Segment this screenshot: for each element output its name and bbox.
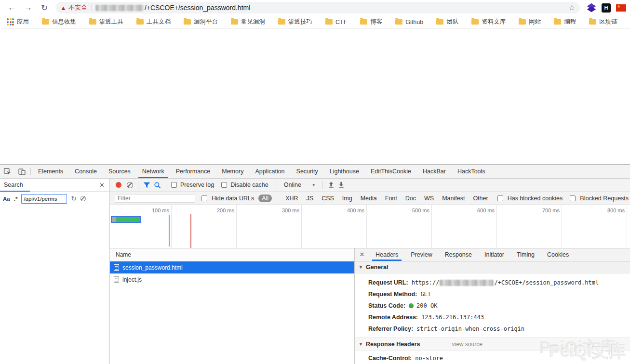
- regex-toggle[interactable]: .*: [14, 196, 18, 202]
- details-close-button[interactable]: ✕: [355, 248, 369, 261]
- filter-type-img[interactable]: Img: [340, 195, 354, 202]
- bookmark-folder[interactable]: 渗透工具: [89, 18, 123, 26]
- tab-initiator[interactable]: Initiator: [478, 248, 510, 261]
- waterfall-selected-bar[interactable]: [111, 216, 141, 223]
- has-blocked-cookies-label: Has blocked cookies: [508, 195, 563, 202]
- url-path[interactable]: /+CSCOE+/session_password.html: [145, 4, 250, 12]
- request-row-session-password[interactable]: session_password.html: [110, 261, 354, 273]
- filter-type-manifest[interactable]: Manifest: [440, 195, 467, 202]
- tab-console[interactable]: Console: [69, 165, 103, 178]
- folder-icon: [471, 19, 479, 25]
- search-close-button[interactable]: ✕: [99, 182, 105, 189]
- bookmark-folder[interactable]: 信息收集: [42, 18, 76, 26]
- hide-data-urls-label: Hide data URLs: [212, 195, 254, 202]
- timeline-tick-label: 300 ms: [266, 208, 299, 213]
- preserve-log-checkbox[interactable]: [171, 182, 177, 188]
- apps-grid-icon: [7, 18, 14, 26]
- filter-toggle-button[interactable]: [143, 182, 150, 188]
- tab-response[interactable]: Response: [439, 248, 478, 261]
- search-input[interactable]: [21, 194, 67, 204]
- bookmark-folder[interactable]: 团队: [436, 18, 458, 26]
- filter-type-css[interactable]: CSS: [320, 195, 336, 202]
- filter-type-ws[interactable]: WS: [422, 195, 436, 202]
- search-refresh-button[interactable]: ↻: [71, 195, 76, 202]
- hackbar-extension-icon[interactable]: H: [602, 3, 611, 13]
- bookmark-folder[interactable]: 工具文档: [136, 18, 171, 26]
- filter-input[interactable]: [115, 194, 195, 203]
- reload-button[interactable]: ↻: [38, 1, 51, 14]
- back-button[interactable]: ←: [6, 1, 18, 14]
- address-bar[interactable]: ▲ 不安全 /+CSCOE+/session_password.html ☆: [55, 2, 580, 13]
- tab-elements[interactable]: Elements: [32, 165, 69, 178]
- cache-control-value: no-store: [415, 355, 443, 362]
- tab-hackbar[interactable]: HackBar: [417, 165, 452, 178]
- bookmark-star-icon[interactable]: ☆: [569, 3, 575, 12]
- device-toolbar-button[interactable]: [14, 165, 29, 178]
- has-blocked-cookies-checkbox[interactable]: [497, 195, 503, 201]
- filter-type-other[interactable]: Other: [471, 195, 490, 202]
- search-clear-button[interactable]: [80, 196, 86, 201]
- filter-type-all[interactable]: All: [258, 195, 272, 202]
- document-icon: [114, 264, 119, 271]
- search-panel-title: Search: [4, 182, 23, 188]
- bookmark-folder[interactable]: Github: [395, 19, 423, 26]
- filter-type-doc[interactable]: Doc: [403, 195, 418, 202]
- bookmark-label: Github: [405, 19, 423, 26]
- bookmarks-bar: 应用 信息收集 渗透工具 工具文档 漏洞平台 常见漏洞 渗透技巧 CTF 博客 …: [0, 15, 630, 29]
- tab-sources[interactable]: Sources: [103, 165, 136, 178]
- request-row-inject-js[interactable]: inject.js: [110, 273, 354, 286]
- response-headers-title: Response Headers: [366, 341, 420, 348]
- record-button[interactable]: [116, 182, 121, 188]
- requests-name-header[interactable]: Name: [110, 248, 354, 261]
- search-toggle-button[interactable]: [154, 182, 161, 189]
- bookmark-folder[interactable]: 资料文库: [471, 18, 506, 26]
- details-tab-bar: ✕ Headers Preview Response Initiator Tim…: [355, 248, 630, 261]
- timeline-tick-label: 400 ms: [331, 208, 364, 213]
- view-source-link[interactable]: view source: [452, 341, 482, 348]
- request-url-suffix: /+CSCOE+/session_password.html: [494, 279, 599, 286]
- tab-application[interactable]: Application: [249, 165, 290, 178]
- forward-button[interactable]: →: [22, 1, 35, 14]
- proxy-flag-extension-icon[interactable]: ★: [616, 4, 626, 12]
- filter-type-xhr[interactable]: XHR: [283, 195, 300, 202]
- response-headers-section-header[interactable]: ▼ Response Headers view source: [355, 338, 630, 351]
- match-case-toggle[interactable]: Aa: [3, 196, 10, 202]
- filter-type-js[interactable]: JS: [305, 195, 316, 202]
- tab-cookies[interactable]: Cookies: [541, 248, 575, 261]
- inspect-element-button[interactable]: [0, 165, 14, 178]
- tab-hacktools[interactable]: HackTools: [452, 165, 491, 178]
- hide-data-urls-checkbox[interactable]: [201, 195, 207, 201]
- tab-performance[interactable]: Performance: [170, 165, 216, 178]
- tab-timing[interactable]: Timing: [510, 248, 541, 261]
- network-overview-timeline[interactable]: 100 ms 200 ms 300 ms 400 ms 500 ms 600 m…: [110, 205, 630, 248]
- throttling-dropdown[interactable]: Online ▼: [282, 182, 318, 188]
- general-section-header[interactable]: ▼ General: [355, 261, 630, 274]
- bookmark-folder[interactable]: 常见漏洞: [231, 18, 265, 26]
- apps-shortcut[interactable]: 应用: [7, 18, 29, 26]
- tab-network[interactable]: Network: [136, 165, 170, 178]
- filter-type-media[interactable]: Media: [359, 195, 379, 202]
- hacktools-extension-icon[interactable]: [587, 3, 596, 13]
- bookmark-folder[interactable]: 博客: [360, 18, 382, 26]
- bookmark-folder[interactable]: 渗透技巧: [278, 18, 312, 26]
- bookmark-folder[interactable]: 区块链: [589, 18, 617, 26]
- clear-requests-button[interactable]: [127, 182, 133, 188]
- tab-preview[interactable]: Preview: [404, 248, 438, 261]
- folder-icon: [395, 19, 402, 25]
- tab-memory[interactable]: Memory: [216, 165, 249, 178]
- tab-lighthouse[interactable]: Lighthouse: [324, 165, 365, 178]
- filter-type-font[interactable]: Font: [383, 195, 399, 202]
- tab-headers[interactable]: Headers: [369, 248, 404, 261]
- tab-security[interactable]: Security: [291, 165, 324, 178]
- bookmark-folder[interactable]: CTF: [325, 19, 347, 26]
- import-har-button[interactable]: [328, 182, 335, 189]
- blocked-requests-checkbox[interactable]: [570, 195, 576, 201]
- disable-cache-checkbox[interactable]: [221, 182, 227, 188]
- bookmark-folder[interactable]: 编程: [554, 18, 576, 26]
- folder-icon: [360, 19, 367, 25]
- not-secure-label[interactable]: 不安全: [68, 3, 87, 12]
- export-har-button[interactable]: [338, 182, 345, 189]
- bookmark-folder[interactable]: 漏洞平台: [184, 18, 218, 26]
- bookmark-folder[interactable]: 网站: [519, 18, 541, 26]
- tab-editthiscookie[interactable]: EditThisCookie: [365, 165, 417, 178]
